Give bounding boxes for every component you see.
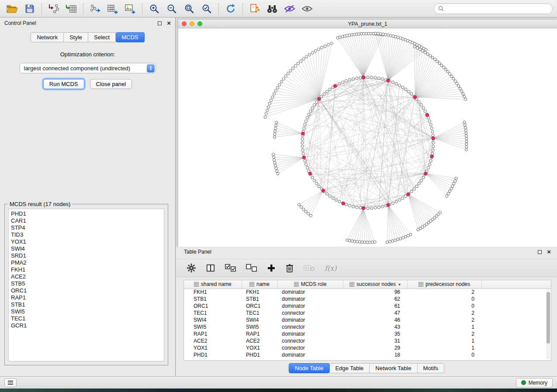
table-cell[interactable]: dominator <box>277 303 343 309</box>
table-cell[interactable]: 46 <box>343 316 407 323</box>
mcds-result-item[interactable]: GCR1 <box>11 322 162 329</box>
network-window-titlebar[interactable]: YPA_prune.txt_1 <box>178 20 557 28</box>
table-cell[interactable]: 35 <box>343 330 407 337</box>
network-canvas[interactable] <box>178 28 557 247</box>
table-scrollbar-thumb[interactable] <box>547 292 550 344</box>
close-table-panel-icon[interactable]: × <box>547 250 551 254</box>
table-cell[interactable]: connector <box>277 323 343 330</box>
mcds-result-item[interactable]: FKH1 <box>11 266 162 273</box>
zoom-selected-icon[interactable] <box>199 2 214 16</box>
table-cell[interactable]: 2 <box>407 289 481 296</box>
mcds-result-list[interactable]: PHD1CAR1STP4TID3YOX1SWI4SRD1PMA2FKH1ACE2… <box>8 209 164 361</box>
table-cell[interactable]: 96 <box>343 289 407 296</box>
table-cell[interactable]: 2 <box>407 330 481 337</box>
table-cell[interactable]: STB1 <box>242 296 277 303</box>
export-network-icon[interactable] <box>87 2 103 16</box>
refresh-layout-icon[interactable] <box>223 2 239 16</box>
table-cell[interactable]: PHD1 <box>242 351 277 358</box>
share-document-icon[interactable] <box>247 2 263 16</box>
zoom-out-icon[interactable] <box>164 2 180 16</box>
import-network-icon[interactable] <box>46 2 62 16</box>
table-cell[interactable]: dominator <box>277 330 343 337</box>
binoculars-icon[interactable] <box>264 2 280 16</box>
float-panel-icon[interactable] <box>158 21 162 25</box>
tab-network[interactable]: Network <box>31 32 64 42</box>
minimize-window-icon[interactable] <box>190 21 194 26</box>
table-cell[interactable]: 18 <box>343 351 407 358</box>
table-cell[interactable]: ACE2 <box>184 337 242 344</box>
mcds-result-item[interactable]: YOX1 <box>11 238 162 245</box>
table-cell[interactable]: YOX1 <box>242 344 277 351</box>
table-cell[interactable]: 2 <box>407 316 481 323</box>
search-box[interactable] <box>434 3 553 14</box>
table-cell[interactable]: dominator <box>277 316 343 323</box>
table-cell[interactable]: FKH1 <box>184 289 242 296</box>
table-cell[interactable]: connector <box>277 344 343 351</box>
table-cell[interactable]: PHD1 <box>184 351 242 358</box>
float-table-panel-icon[interactable] <box>538 250 542 254</box>
dropdown-stepper-icon[interactable] <box>147 64 155 72</box>
mcds-result-item[interactable]: SRD1 <box>11 252 162 259</box>
column-header-predecessor-nodes[interactable]: predecessor nodes <box>407 280 481 289</box>
network-graph[interactable] <box>178 28 557 247</box>
zoom-fit-icon[interactable] <box>181 2 197 16</box>
mcds-result-item[interactable]: PHD1 <box>11 210 162 217</box>
table-cell[interactable]: 0 <box>407 296 481 303</box>
tab-mcds[interactable]: MCDS <box>116 32 144 42</box>
table-cell[interactable]: ORC1 <box>184 303 242 309</box>
table-cell[interactable]: SWI4 <box>242 316 277 323</box>
mcds-result-item[interactable]: ORC1 <box>11 287 162 294</box>
close-panel-icon[interactable]: × <box>167 21 171 25</box>
close-panel-button[interactable]: Close panel <box>90 79 132 89</box>
table-cell[interactable]: dominator <box>277 296 343 303</box>
mcds-result-item[interactable]: SWI5 <box>11 308 162 315</box>
mcds-result-item[interactable]: CAR1 <box>11 217 162 224</box>
table-cell[interactable]: ORC1 <box>242 303 277 309</box>
mcds-result-item[interactable]: STP4 <box>11 224 162 231</box>
table-cell[interactable]: 1 <box>407 344 481 351</box>
column-header-successor-nodes[interactable]: successor nodes▾ <box>343 280 407 289</box>
tab-network-table[interactable]: Network Table <box>370 363 417 373</box>
zoom-in-icon[interactable] <box>146 2 162 16</box>
table-cell[interactable]: SWI4 <box>184 316 242 323</box>
table-cell[interactable]: 1 <box>407 323 481 330</box>
mcds-result-item[interactable]: STB1 <box>11 301 162 308</box>
table-cell[interactable]: TEC1 <box>184 309 242 316</box>
maximize-window-icon[interactable] <box>197 21 202 26</box>
table-cell[interactable]: FKH1 <box>242 289 277 296</box>
add-column-icon[interactable] <box>267 264 276 272</box>
clear-table-icon[interactable] <box>304 264 315 272</box>
mcds-result-item[interactable]: STB5 <box>11 280 162 287</box>
tab-edge-table[interactable]: Edge Table <box>329 363 370 373</box>
close-window-icon[interactable] <box>182 21 187 26</box>
column-header-shared-name[interactable]: shared name <box>184 280 242 289</box>
select-all-icon[interactable] <box>225 264 236 272</box>
eye-slash-icon[interactable] <box>282 2 298 16</box>
tab-node-table[interactable]: Node Table <box>289 363 330 373</box>
table-cell[interactable]: dominator <box>277 289 343 296</box>
open-file-icon[interactable] <box>4 2 20 16</box>
mcds-result-item[interactable]: PMA2 <box>11 259 162 266</box>
column-header-mcds-role[interactable]: MCDS role <box>277 280 343 289</box>
eye-icon[interactable] <box>299 2 315 16</box>
export-image-icon[interactable] <box>122 2 138 16</box>
memory-button[interactable]: Memory <box>516 378 553 388</box>
mcds-result-item[interactable]: RAP1 <box>11 294 162 301</box>
table-cell[interactable]: 1 <box>407 337 481 344</box>
table-cell[interactable]: 0 <box>407 303 481 309</box>
table-cell[interactable]: SWI5 <box>242 323 277 330</box>
tab-motifs[interactable]: Motifs <box>417 363 444 373</box>
table-cell[interactable]: YOX1 <box>184 344 242 351</box>
table-cell[interactable]: RAP1 <box>242 330 277 337</box>
mcds-result-item[interactable]: ACE2 <box>11 273 162 280</box>
mcds-result-item[interactable]: SWI4 <box>11 245 162 252</box>
mcds-result-item[interactable]: TEC1 <box>11 315 162 322</box>
table-cell[interactable]: 47 <box>343 309 407 316</box>
table-cell[interactable]: 61 <box>343 303 407 309</box>
tab-style[interactable]: Style <box>64 32 88 42</box>
table-cell[interactable]: connector <box>277 309 343 316</box>
table-cell[interactable]: TEC1 <box>242 309 277 316</box>
table-cell[interactable]: STB1 <box>184 296 242 303</box>
table-cell[interactable]: ACE2 <box>242 337 277 344</box>
column-header-name[interactable]: name <box>242 280 277 289</box>
